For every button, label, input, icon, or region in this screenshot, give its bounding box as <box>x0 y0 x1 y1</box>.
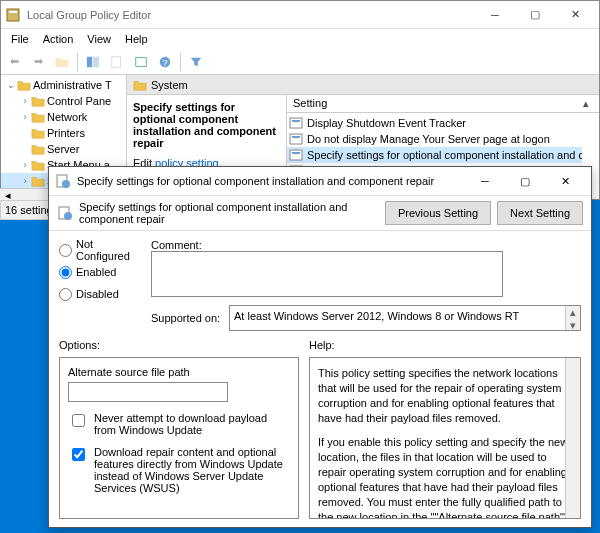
dialog-subheader: Specify settings for optional component … <box>49 195 591 231</box>
svg-rect-3 <box>93 56 99 67</box>
titlebar: Local Group Policy Editor ─ ▢ ✕ <box>1 1 599 29</box>
menubar: File Action View Help <box>1 29 599 49</box>
supported-label: Supported on: <box>151 312 229 324</box>
help-text-1: This policy setting specifies the networ… <box>318 366 572 425</box>
export-button[interactable] <box>106 51 128 73</box>
svg-rect-0 <box>7 9 19 21</box>
svg-point-17 <box>62 180 70 188</box>
up-button[interactable] <box>51 51 73 73</box>
options-box: Alternate source file path Never attempt… <box>59 357 299 519</box>
help-text-2: If you enable this policy setting and sp… <box>318 435 572 519</box>
previous-setting-button[interactable]: Previous Setting <box>385 201 491 225</box>
filter-button[interactable] <box>185 51 207 73</box>
alt-source-input[interactable] <box>68 382 228 402</box>
svg-rect-11 <box>292 136 300 138</box>
comment-label: Comment: <box>151 239 229 251</box>
comment-textarea[interactable] <box>151 251 503 297</box>
setting-row[interactable]: Specify settings for optional component … <box>287 147 582 163</box>
dialog-maximize-button[interactable]: ▢ <box>505 169 545 193</box>
settings-column-header[interactable]: Setting▴ <box>287 95 599 113</box>
maximize-button[interactable]: ▢ <box>515 3 555 27</box>
tree-node-printers[interactable]: Printers <box>1 125 126 141</box>
help-button[interactable]: ? <box>154 51 176 73</box>
options-label: Options: <box>59 339 299 351</box>
supported-on-box: At least Windows Server 2012, Windows 8 … <box>229 305 581 331</box>
toolbar: ⬅ ➡ ? <box>1 49 599 75</box>
back-button[interactable]: ⬅ <box>3 51 25 73</box>
tree-node-admin-templates[interactable]: ⌄Administrative T <box>1 77 126 93</box>
svg-rect-4 <box>112 56 121 67</box>
minimize-button[interactable]: ─ <box>475 3 515 27</box>
desc-title: Specify settings for optional component … <box>133 101 276 149</box>
state-radios: Not Configured Enabled Disabled <box>59 239 139 331</box>
policy-icon <box>55 173 71 189</box>
never-download-checkbox[interactable] <box>72 414 85 427</box>
svg-text:?: ? <box>162 56 167 67</box>
dialog-close-button[interactable]: ✕ <box>545 169 585 193</box>
scroll-up-icon[interactable]: ▴ <box>578 97 593 110</box>
radio-enabled[interactable]: Enabled <box>59 261 139 283</box>
setting-row[interactable]: Display Shutdown Event Tracker <box>287 115 582 131</box>
radio-disabled[interactable]: Disabled <box>59 283 139 305</box>
close-button[interactable]: ✕ <box>555 3 595 27</box>
menu-action[interactable]: Action <box>37 31 80 47</box>
app-icon <box>5 7 21 23</box>
radio-not-configured[interactable]: Not Configured <box>59 239 139 261</box>
svg-rect-8 <box>290 118 302 128</box>
download-from-wu-checkbox[interactable] <box>72 448 85 461</box>
dialog-minimize-button[interactable]: ─ <box>465 169 505 193</box>
menu-file[interactable]: File <box>5 31 35 47</box>
scrollbar[interactable] <box>565 358 580 518</box>
svg-rect-5 <box>136 57 147 66</box>
svg-rect-10 <box>290 134 302 144</box>
tree-node-control-panel[interactable]: ›Control Pane <box>1 93 126 109</box>
show-hide-button[interactable] <box>82 51 104 73</box>
help-box: This policy setting specifies the networ… <box>309 357 581 519</box>
tree-node-network[interactable]: ›Network <box>1 109 126 125</box>
download-from-wu-label: Download repair content and optional fea… <box>94 446 290 494</box>
dialog-title: Specify settings for optional component … <box>77 175 465 187</box>
tree-node-server[interactable]: Server <box>1 141 126 157</box>
alt-source-label: Alternate source file path <box>68 366 290 378</box>
menu-view[interactable]: View <box>81 31 117 47</box>
detail-header-title: System <box>151 79 188 91</box>
never-download-label: Never attempt to download payload from W… <box>94 412 290 436</box>
svg-rect-12 <box>290 150 302 160</box>
svg-rect-13 <box>292 152 300 154</box>
forward-button[interactable]: ➡ <box>27 51 49 73</box>
next-setting-button[interactable]: Next Setting <box>497 201 583 225</box>
svg-rect-1 <box>9 11 17 13</box>
svg-rect-9 <box>292 120 300 122</box>
dialog-subtitle: Specify settings for optional component … <box>79 201 379 225</box>
svg-point-19 <box>64 212 72 220</box>
detail-header: System <box>127 75 599 95</box>
policy-dialog: Specify settings for optional component … <box>48 166 592 528</box>
dialog-titlebar: Specify settings for optional component … <box>49 167 591 195</box>
policy-icon <box>57 205 73 221</box>
help-label: Help: <box>309 339 581 351</box>
svg-rect-2 <box>87 56 92 67</box>
refresh-button[interactable] <box>130 51 152 73</box>
setting-row[interactable]: Do not display Manage Your Server page a… <box>287 131 582 147</box>
window-title: Local Group Policy Editor <box>27 9 475 21</box>
menu-help[interactable]: Help <box>119 31 154 47</box>
scrollbar[interactable]: ▴▾ <box>565 306 580 330</box>
